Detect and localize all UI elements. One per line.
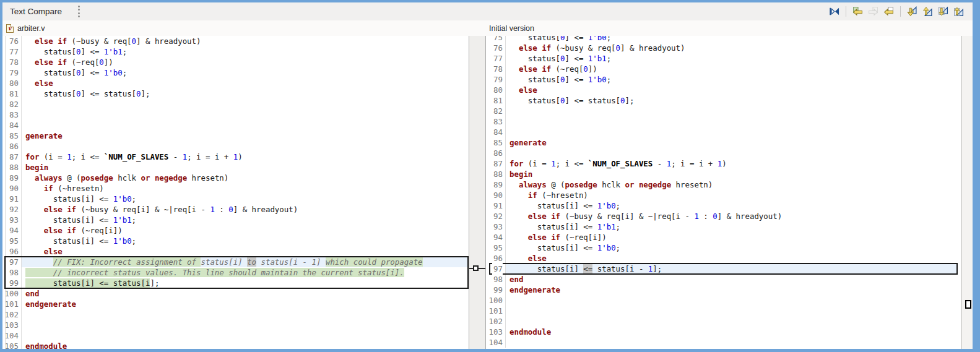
- right-code-line-99: 99endgenerate: [486, 285, 961, 295]
- code-text[interactable]: else if (~busy & req[i] & ~|req[i - 1 : …: [22, 204, 469, 215]
- copy-left-to-right-icon: [868, 6, 878, 17]
- right-code-line-89: 89 always @ (posedge hclk or negedge hre…: [486, 179, 961, 190]
- code-text[interactable]: status[0] <= 1'b0;: [506, 74, 958, 85]
- code-text[interactable]: begin: [506, 169, 958, 179]
- code-text[interactable]: if (~hresetn): [506, 190, 958, 200]
- left-code-line-90: 90 if (~hresetn): [2, 183, 469, 194]
- code-text[interactable]: else if (~req[i]): [22, 225, 469, 236]
- previous-difference-button[interactable]: [920, 4, 935, 19]
- next-difference-button[interactable]: [904, 4, 920, 19]
- code-text[interactable]: else if (~req[0]): [506, 64, 958, 74]
- left-code-line-105: 105endmodule: [2, 341, 469, 349]
- code-text[interactable]: endgenerate: [506, 285, 958, 295]
- overview-diff-marker[interactable]: [965, 300, 971, 309]
- code-text[interactable]: status[i] <= 1'b1;: [22, 215, 469, 225]
- code-text[interactable]: [506, 106, 958, 116]
- code-text[interactable]: always @ (posedge hclk or negedge hreset…: [506, 179, 958, 190]
- line-number: 83: [2, 109, 22, 120]
- line-number: 92: [486, 211, 506, 221]
- code-text[interactable]: for (i = 1; i <= `NUM_OF_SLAVES - 1; i =…: [506, 158, 958, 169]
- code-text[interactable]: begin: [22, 162, 469, 173]
- code-text[interactable]: end: [22, 288, 469, 299]
- toolbar-separator: [900, 6, 901, 17]
- copy-all-right-to-left-button[interactable]: [850, 4, 865, 19]
- code-text[interactable]: [506, 295, 958, 306]
- code-text[interactable]: status[0] <= status[0];: [22, 88, 469, 99]
- next-change-button[interactable]: [935, 4, 951, 19]
- code-text[interactable]: [506, 148, 958, 158]
- view-menu-icon[interactable]: [78, 6, 80, 18]
- code-text[interactable]: status[0] <= 1'b0;: [506, 36, 958, 43]
- right-code-line-100: 100: [486, 295, 961, 306]
- left-code-line-97: 97 // FIX: Incorrect assignment of statu…: [2, 257, 469, 267]
- code-text[interactable]: [506, 337, 958, 348]
- code-text[interactable]: generate: [506, 137, 958, 148]
- code-text[interactable]: status[i] <= status[i];: [22, 278, 469, 288]
- right-editor-pane: 75 status[0] <= 1'b0;76 else if (~busy &…: [486, 36, 961, 349]
- code-text[interactable]: status[0] <= 1'b1;: [22, 46, 469, 57]
- code-text[interactable]: endmodule: [22, 341, 469, 349]
- code-text[interactable]: status[0] <= 1'b1;: [506, 53, 958, 64]
- diff-connector-handle[interactable]: [473, 265, 479, 271]
- line-number: 78: [486, 64, 506, 74]
- left-code-line-100: 100end: [2, 288, 469, 299]
- code-text[interactable]: else if (~req[i]): [506, 232, 958, 243]
- line-number: 89: [486, 179, 506, 190]
- code-text[interactable]: else: [22, 246, 469, 257]
- line-number: 91: [486, 200, 506, 211]
- line-number: 84: [2, 120, 22, 131]
- code-text[interactable]: status[i] <= 1'b1;: [506, 221, 958, 232]
- right-code-line-103: 103endmodule: [486, 327, 961, 337]
- code-text[interactable]: status[0] <= status[0];: [506, 95, 958, 106]
- previous-change-button[interactable]: [951, 4, 966, 19]
- code-text[interactable]: for (i = 1; i <= `NUM_OF_SLAVES - 1; i =…: [22, 152, 469, 162]
- right-code-line-101: 101: [486, 306, 961, 316]
- code-text[interactable]: [22, 109, 469, 120]
- code-text[interactable]: [22, 99, 469, 109]
- code-text[interactable]: [22, 141, 469, 152]
- copy-right-to-left-button[interactable]: [881, 4, 896, 19]
- right-code-area: 75 status[0] <= 1'b0;76 else if (~busy &…: [486, 36, 961, 349]
- code-text[interactable]: [22, 320, 469, 330]
- overview-ruler[interactable]: [961, 36, 973, 349]
- code-text[interactable]: [22, 309, 469, 320]
- line-number: 78: [2, 57, 22, 67]
- code-text[interactable]: // FIX: Incorrect assignment of status[i…: [22, 257, 469, 267]
- code-text[interactable]: else if (~busy & req[i] & ~|req[i - 1 : …: [506, 211, 958, 221]
- left-code-line-103: 103: [2, 320, 469, 330]
- previous-difference-icon: [922, 6, 933, 17]
- code-text[interactable]: endmodule: [506, 327, 958, 337]
- line-number: 82: [2, 99, 22, 109]
- code-text[interactable]: [506, 306, 958, 316]
- code-text[interactable]: else if (~busy & req[0] & hreadyout): [22, 36, 469, 46]
- code-text[interactable]: // incorrect status values. This line sh…: [22, 267, 469, 278]
- code-text[interactable]: else if (~req[0]): [22, 57, 469, 67]
- code-text[interactable]: else: [506, 253, 958, 264]
- code-text[interactable]: [506, 116, 958, 127]
- line-number: 87: [2, 152, 22, 162]
- code-text[interactable]: else: [506, 85, 958, 95]
- code-text[interactable]: [506, 127, 958, 137]
- left-code-line-94: 94 else if (~req[i]): [2, 225, 469, 236]
- code-text[interactable]: else: [22, 78, 469, 88]
- code-text[interactable]: [22, 330, 469, 341]
- code-text[interactable]: status[i] <= 1'b0;: [506, 243, 958, 253]
- code-text[interactable]: else if (~busy & req[0] & hreadyout): [506, 43, 958, 53]
- code-text[interactable]: end: [506, 274, 958, 285]
- code-text[interactable]: status[i] <= 1'b0;: [22, 236, 469, 246]
- code-text[interactable]: [506, 316, 958, 327]
- code-text[interactable]: [22, 120, 469, 131]
- left-code-line-92: 92 else if (~busy & req[i] & ~|req[i - 1…: [2, 204, 469, 215]
- code-text[interactable]: generate: [22, 131, 469, 141]
- code-text[interactable]: endgenerate: [22, 299, 469, 309]
- line-number: 94: [486, 232, 506, 243]
- swap-panes-button[interactable]: [826, 4, 842, 19]
- code-text[interactable]: always @ (posedge hclk or negedge hreset…: [22, 173, 469, 183]
- code-text[interactable]: status[i] <= status[i - 1];: [506, 264, 958, 274]
- code-text[interactable]: if (~hresetn): [22, 183, 469, 194]
- line-number: 104: [486, 337, 506, 348]
- code-text[interactable]: status[0] <= 1'b0;: [22, 67, 469, 78]
- code-text[interactable]: status[i] <= 1'b0;: [506, 200, 958, 211]
- code-text[interactable]: status[i] <= 1'b0;: [22, 194, 469, 204]
- left-code-line-102: 102: [2, 309, 469, 320]
